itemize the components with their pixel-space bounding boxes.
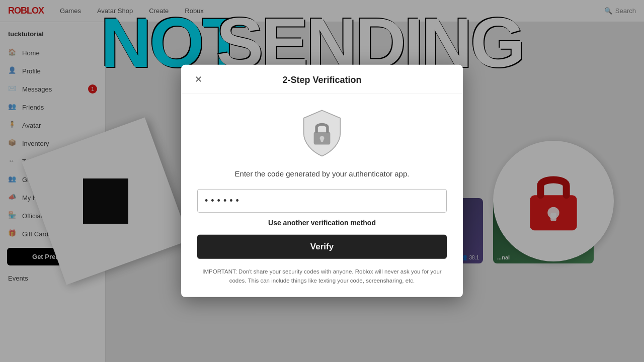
verify-button[interactable]: Verify (197, 234, 447, 258)
important-notice: IMPORTANT: Don't share your security cod… (197, 266, 447, 285)
modal-body: Enter the code generated by your authent… (181, 94, 463, 285)
shield-security-icon (297, 108, 347, 158)
svg-rect-5 (320, 138, 323, 142)
2fa-modal: ✕ 2-Step Verification Enter the code gen… (181, 65, 463, 297)
alt-verification-method-link[interactable]: Use another verification method (268, 218, 376, 226)
modal-header: ✕ 2-Step Verification (181, 65, 463, 94)
verification-code-input[interactable] (197, 189, 447, 212)
modal-title: 2-Step Verification (282, 75, 361, 85)
modal-description: Enter the code generated by your authent… (235, 168, 410, 180)
modal-close-button[interactable]: ✕ (191, 72, 205, 86)
